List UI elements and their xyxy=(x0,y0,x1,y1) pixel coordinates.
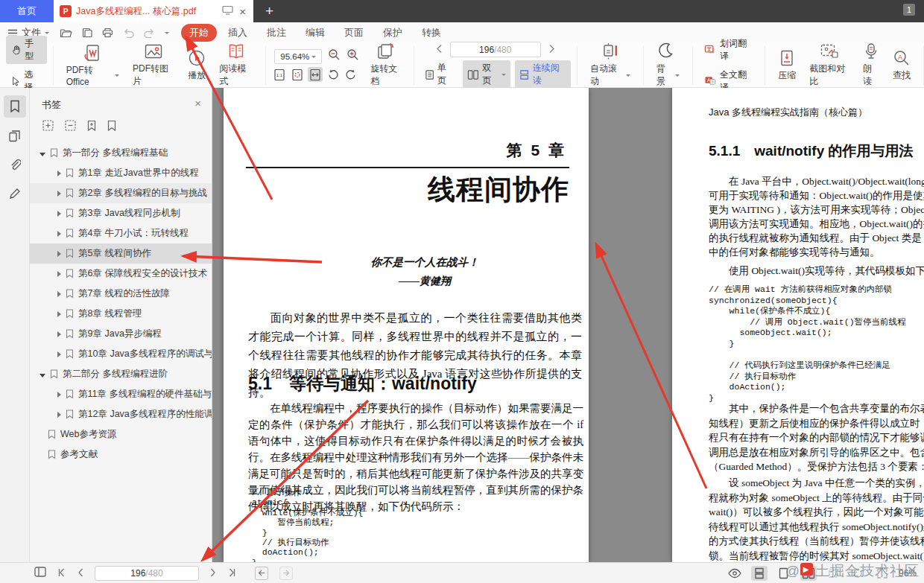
bookmark-item[interactable]: 第12章 Java多线程程序的性能调校 xyxy=(30,404,212,424)
double-page-view-icon[interactable] xyxy=(800,566,817,581)
open-folder-icon[interactable] xyxy=(60,28,72,38)
fit-width-button[interactable] xyxy=(308,67,323,82)
tree-toggle-icon[interactable] xyxy=(57,331,61,337)
tab-home[interactable]: 首页 xyxy=(0,0,54,22)
bookmark-item[interactable]: 第7章 线程的活性故障 xyxy=(30,284,212,304)
print-icon[interactable] xyxy=(102,28,113,38)
bookmark-item[interactable]: 第2章 多线程编程的目标与挑战 xyxy=(30,183,212,203)
hand-tool-button[interactable]: 手型 xyxy=(6,36,47,64)
tree-toggle-icon[interactable] xyxy=(57,231,61,237)
fullscreen-icon[interactable] xyxy=(874,566,890,581)
tree-toggle-icon[interactable] xyxy=(57,271,61,277)
find-button[interactable]: A 查找 xyxy=(886,48,917,83)
bookmark-item[interactable]: 第8章 线程管理 xyxy=(30,304,212,324)
menu-tab[interactable]: 批注 xyxy=(259,24,294,42)
bookmark-item[interactable]: 第二部分 多线程编程进阶 xyxy=(30,364,212,384)
actual-size-button[interactable]: 1:1 xyxy=(272,67,287,82)
rotate-document-button[interactable]: 旋转文档 xyxy=(364,41,407,89)
status-page-input[interactable]: 196/480 xyxy=(95,566,199,581)
fit-page-button[interactable] xyxy=(290,67,305,82)
bookmark-item[interactable]: 第一部分 多线程编程基础 xyxy=(30,143,212,163)
menu-tab[interactable]: 编辑 xyxy=(297,24,333,42)
bookmark-item[interactable]: 第3章 Java线程同步机制 xyxy=(30,203,212,223)
bookmark-item[interactable]: 参考文献 xyxy=(30,445,212,465)
bookmark-item[interactable]: 第11章 多线程编程的硬件基础与Jav xyxy=(30,384,212,404)
thumbnails-panel-button[interactable] xyxy=(4,124,26,147)
panel-close-icon[interactable]: × xyxy=(194,97,201,109)
tree-toggle-icon[interactable] xyxy=(57,412,61,418)
pdf-to-office-button[interactable]: PDF转Office xyxy=(60,42,126,89)
menu-tab[interactable]: 开始 xyxy=(181,24,217,42)
more-actions-icon[interactable] xyxy=(165,32,169,36)
zoom-level-select[interactable]: 95.64% xyxy=(274,49,322,64)
redo-icon[interactable] xyxy=(144,28,155,38)
continuous-view-icon[interactable] xyxy=(751,566,768,581)
bookmark-item[interactable]: 第4章 牛刀小试：玩转线程 xyxy=(30,223,212,243)
tree-toggle-icon[interactable] xyxy=(39,153,45,156)
double-page-button[interactable]: 双页 xyxy=(463,60,510,89)
page-number-input[interactable]: 196/480 xyxy=(450,42,541,57)
bookmark-item[interactable]: 第9章 Java异步编程 xyxy=(30,324,212,344)
view-back-icon[interactable] xyxy=(255,567,268,580)
tree-toggle-icon[interactable] xyxy=(57,291,61,297)
bookmark-item[interactable]: 第6章 保障线程安全的设计技术 xyxy=(30,264,212,284)
signature-panel-button[interactable] xyxy=(4,182,26,205)
present-mode-icon[interactable] xyxy=(222,4,233,18)
screenshot-compare-button[interactable]: 截图和对比 xyxy=(803,41,856,89)
single-page-view-icon[interactable] xyxy=(776,566,792,581)
prev-page-icon[interactable] xyxy=(77,567,83,580)
menu-tab[interactable]: 转换 xyxy=(414,24,449,42)
last-page-icon[interactable] xyxy=(227,567,236,580)
tree-toggle-icon[interactable] xyxy=(39,374,45,377)
expand-all-icon[interactable] xyxy=(42,119,54,135)
next-page-icon[interactable] xyxy=(210,567,216,580)
zoom-in-icon[interactable] xyxy=(346,48,359,64)
continuous-read-button[interactable]: 连续阅读 xyxy=(515,60,571,89)
tree-toggle-icon[interactable] xyxy=(57,171,61,176)
bookmark-plain-icon[interactable] xyxy=(107,120,117,135)
tree-toggle-icon[interactable] xyxy=(57,392,61,398)
tree-toggle-icon[interactable] xyxy=(57,211,61,217)
notification-badge[interactable]: 1 xyxy=(903,4,915,16)
compress-button[interactable]: 压缩 xyxy=(771,48,803,83)
bookmark-item[interactable]: Web参考资源 xyxy=(30,424,212,445)
word-translate-button[interactable]: 划词翻译 xyxy=(699,36,759,64)
bookmark-item[interactable]: 第10章 Java多线程程序的调试与测 xyxy=(30,344,212,364)
bookmark-item[interactable]: 第5章 线程间协作 xyxy=(30,243,212,264)
undo-icon[interactable] xyxy=(123,28,134,38)
background-button[interactable]: 背景 xyxy=(650,41,686,89)
menu-tab[interactable]: 插入 xyxy=(220,24,256,42)
next-page-icon[interactable] xyxy=(548,43,555,57)
add-bookmark-icon[interactable] xyxy=(86,120,97,135)
rotate-view-icon[interactable] xyxy=(849,566,866,581)
attachments-panel-button[interactable] xyxy=(4,153,26,176)
first-page-icon[interactable] xyxy=(57,567,66,580)
collapse-all-icon[interactable] xyxy=(64,119,77,135)
auto-scroll-button[interactable]: 自动滚动 xyxy=(583,41,637,89)
tree-toggle-icon[interactable] xyxy=(57,251,61,257)
crop-tool-icon[interactable] xyxy=(825,566,841,581)
zoom-out-icon[interactable] xyxy=(328,48,341,64)
tree-toggle-icon[interactable] xyxy=(57,351,61,357)
tree-toggle-icon[interactable] xyxy=(57,191,61,197)
view-forward-icon[interactable] xyxy=(279,567,293,580)
menu-tab[interactable]: 保护 xyxy=(375,24,411,42)
play-button[interactable]: 播放 xyxy=(181,48,212,83)
menu-tab[interactable]: 页面 xyxy=(336,24,372,42)
prev-page-icon[interactable] xyxy=(436,43,443,57)
eye-protection-icon[interactable] xyxy=(727,566,743,581)
bookmarks-panel-button[interactable] xyxy=(4,95,26,118)
read-aloud-button[interactable]: 朗读 xyxy=(856,41,886,89)
read-mode-button[interactable]: 阅读模式 xyxy=(212,41,259,89)
tab-close-icon[interactable]: × xyxy=(238,5,247,18)
tree-toggle-icon[interactable] xyxy=(57,311,61,317)
rotate-right-icon[interactable] xyxy=(344,67,358,82)
toggle-sidebar-icon[interactable] xyxy=(34,567,46,580)
save-icon[interactable] xyxy=(82,28,92,38)
single-page-button[interactable]: 单页 xyxy=(420,60,459,89)
bookmark-item[interactable]: 第1章 走近Java世界中的线程 xyxy=(30,163,212,183)
pdf-to-image-button[interactable]: PDF转图片 xyxy=(126,41,181,89)
rotate-left-icon[interactable] xyxy=(326,67,341,82)
new-tab-button[interactable]: + xyxy=(253,0,285,22)
tab-document[interactable]: P Java多线程编程... 核心篇.pdf × xyxy=(54,0,253,22)
